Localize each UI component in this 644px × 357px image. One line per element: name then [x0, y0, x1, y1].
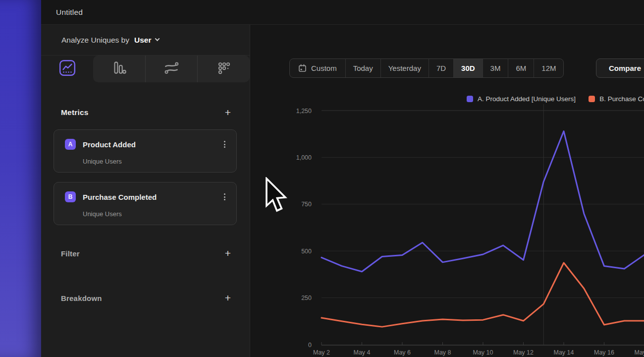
breakdown-label: Breakdown [61, 294, 102, 302]
range-label: Custom [311, 64, 337, 72]
range-label: Today [353, 64, 373, 72]
svg-text:250: 250 [301, 295, 312, 301]
kebab-menu-icon[interactable] [221, 191, 228, 202]
tab-group [93, 56, 250, 82]
svg-text:750: 750 [301, 201, 312, 208]
range-3m[interactable]: 3M [483, 59, 508, 77]
range-6m[interactable]: 6M [508, 59, 534, 77]
tab-retention[interactable] [197, 56, 250, 82]
range-7d[interactable]: 7D [429, 59, 453, 77]
compare-button[interactable]: Compare [596, 59, 644, 78]
metric-card-row: A Product Added [65, 138, 228, 150]
range-label: 3M [490, 64, 501, 72]
tab-bar-chart[interactable] [93, 56, 145, 82]
svg-text:500: 500 [301, 248, 312, 255]
date-range-selector: Custom Today Yesterday 7D 30D 3M 6M 12M [289, 59, 564, 78]
filter-label: Filter [61, 249, 80, 258]
metric-subtitle: Unique Users [83, 158, 122, 165]
range-label: 7D [436, 64, 446, 72]
svg-text:May 16: May 16 [594, 349, 614, 356]
bar-chart-icon [110, 59, 128, 79]
chart-type-tabs [41, 56, 250, 84]
range-12m[interactable]: 12M [534, 59, 563, 77]
svg-text:May 12: May 12 [513, 349, 534, 356]
chart-panel: Custom Today Yesterday 7D 30D 3M 6M 12M … [251, 25, 644, 357]
metric-name: Product Added [83, 140, 221, 149]
svg-text:May 18: May 18 [635, 349, 644, 356]
brand-gradient-strip [0, 0, 41, 357]
metric-badge-b: B [65, 191, 76, 202]
analyze-label: Analyze Uniques by [61, 36, 129, 45]
range-label: 12M [541, 64, 556, 72]
top-bar: Untitled [41, 0, 644, 25]
svg-text:1,250: 1,250 [296, 108, 312, 115]
metrics-header: Metrics + [61, 105, 231, 120]
svg-text:0: 0 [308, 342, 312, 349]
chevron-down-icon [155, 36, 160, 41]
metrics-title: Metrics [61, 108, 89, 117]
metric-card-row: B Purchase Completed [65, 191, 228, 203]
metric-card-b[interactable]: B Purchase Completed Unique Users [54, 182, 237, 225]
metric-subtitle: Unique Users [83, 210, 122, 218]
calendar-icon [298, 64, 307, 72]
add-filter-button[interactable]: + [225, 248, 231, 258]
report-title[interactable]: Untitled [56, 8, 83, 17]
metric-badge-a: A [65, 139, 76, 150]
retention-grid-icon [215, 59, 233, 79]
kebab-menu-icon[interactable] [221, 139, 228, 150]
svg-text:May 10: May 10 [473, 349, 493, 356]
insights-line-chart-icon [58, 59, 76, 79]
add-breakdown-button[interactable]: + [225, 293, 231, 303]
analyze-by-dropdown[interactable]: User [134, 36, 159, 45]
add-metric-button[interactable]: + [225, 108, 231, 118]
analyze-row: Analyze Uniques by User [41, 25, 250, 56]
svg-text:May 2: May 2 [313, 349, 330, 356]
svg-text:May 4: May 4 [353, 349, 370, 356]
svg-text:1,000: 1,000 [296, 154, 312, 161]
range-label: 30D [461, 64, 475, 72]
svg-text:May 6: May 6 [394, 349, 411, 356]
range-custom[interactable]: Custom [290, 59, 345, 77]
flows-icon [162, 59, 180, 79]
range-yesterday[interactable]: Yesterday [380, 59, 429, 77]
range-label: Yesterday [388, 64, 421, 72]
tab-flows[interactable] [145, 56, 198, 82]
range-30d-selected[interactable]: 30D [453, 59, 483, 77]
tab-insights[interactable] [41, 56, 93, 82]
analyze-by-value: User [134, 36, 151, 45]
range-label: 6M [516, 64, 526, 72]
breakdown-section: Breakdown + [61, 291, 231, 305]
metric-name: Purchase Completed [83, 193, 221, 201]
svg-text:May 8: May 8 [434, 349, 451, 356]
filter-section: Filter + [61, 246, 231, 261]
line-chart-canvas[interactable]: 02505007501,0001,250May 2May 4May 6May 8… [251, 99, 644, 357]
range-today[interactable]: Today [345, 59, 380, 77]
svg-text:May 14: May 14 [554, 349, 574, 356]
metric-card-a[interactable]: A Product Added Unique Users [54, 129, 237, 173]
query-builder-sidebar: Analyze Uniques by User [41, 25, 250, 357]
